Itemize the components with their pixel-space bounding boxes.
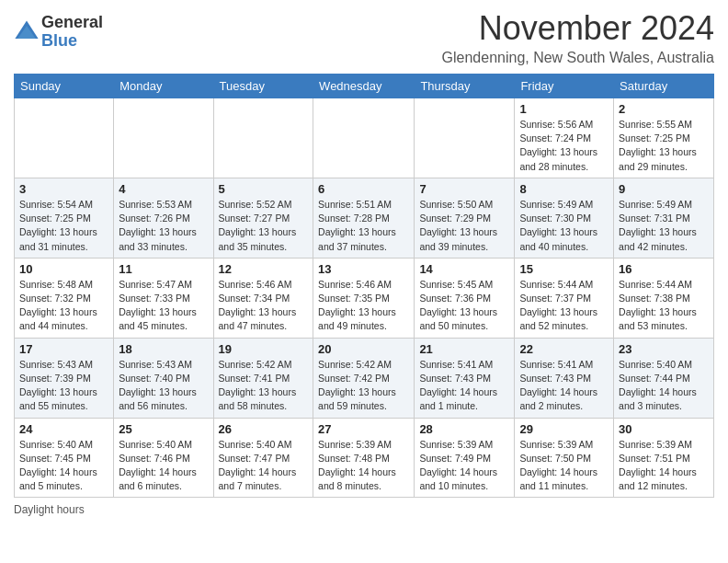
calendar-cell: 5Sunrise: 5:52 AMSunset: 7:27 PMDaylight…	[213, 178, 313, 258]
calendar-cell	[114, 98, 213, 178]
day-number: 4	[119, 182, 208, 196]
calendar-cell: 1Sunrise: 5:56 AMSunset: 7:24 PMDaylight…	[515, 98, 614, 178]
calendar-cell: 22Sunrise: 5:41 AMSunset: 7:43 PMDayligh…	[515, 338, 614, 418]
calendar-cell: 7Sunrise: 5:50 AMSunset: 7:29 PMDaylight…	[415, 178, 515, 258]
day-info: Sunrise: 5:39 AMSunset: 7:49 PMDaylight:…	[419, 438, 509, 494]
day-info: Sunrise: 5:39 AMSunset: 7:51 PMDaylight:…	[619, 438, 709, 494]
day-info: Sunrise: 5:56 AMSunset: 7:24 PMDaylight:…	[519, 118, 609, 174]
day-number: 30	[619, 422, 709, 436]
day-info: Sunrise: 5:49 AMSunset: 7:31 PMDaylight:…	[619, 198, 709, 254]
day-info: Sunrise: 5:50 AMSunset: 7:29 PMDaylight:…	[419, 198, 509, 254]
header-friday: Friday	[515, 75, 614, 98]
calendar-cell: 15Sunrise: 5:44 AMSunset: 7:37 PMDayligh…	[515, 258, 614, 338]
calendar-cell: 30Sunrise: 5:39 AMSunset: 7:51 PMDayligh…	[614, 418, 714, 498]
day-number: 25	[119, 422, 208, 436]
day-number: 5	[219, 182, 309, 196]
day-info: Sunrise: 5:55 AMSunset: 7:25 PMDaylight:…	[619, 118, 709, 174]
logo-text: General Blue	[41, 14, 103, 51]
day-info: Sunrise: 5:54 AMSunset: 7:25 PMDaylight:…	[19, 198, 108, 254]
calendar-cell: 12Sunrise: 5:46 AMSunset: 7:34 PMDayligh…	[213, 258, 313, 338]
calendar-cell: 19Sunrise: 5:42 AMSunset: 7:41 PMDayligh…	[213, 338, 313, 418]
day-info: Sunrise: 5:52 AMSunset: 7:27 PMDaylight:…	[219, 198, 309, 254]
calendar-cell	[415, 98, 515, 178]
calendar-week-3: 10Sunrise: 5:48 AMSunset: 7:32 PMDayligh…	[15, 258, 714, 338]
day-number: 7	[419, 182, 509, 196]
day-number: 3	[19, 182, 108, 196]
calendar-cell: 14Sunrise: 5:45 AMSunset: 7:36 PMDayligh…	[415, 258, 515, 338]
calendar-cell: 2Sunrise: 5:55 AMSunset: 7:25 PMDaylight…	[614, 98, 714, 178]
day-number: 21	[419, 342, 509, 356]
day-info: Sunrise: 5:44 AMSunset: 7:38 PMDaylight:…	[619, 278, 709, 334]
calendar-cell: 27Sunrise: 5:39 AMSunset: 7:48 PMDayligh…	[313, 418, 415, 498]
day-info: Sunrise: 5:39 AMSunset: 7:48 PMDaylight:…	[318, 438, 409, 494]
day-number: 27	[318, 422, 409, 436]
calendar-cell: 3Sunrise: 5:54 AMSunset: 7:25 PMDaylight…	[15, 178, 114, 258]
month-title: November 2024	[442, 9, 714, 48]
day-info: Sunrise: 5:46 AMSunset: 7:34 PMDaylight:…	[219, 278, 309, 334]
day-number: 14	[419, 262, 509, 276]
calendar-header-row: SundayMondayTuesdayWednesdayThursdayFrid…	[15, 75, 714, 98]
day-info: Sunrise: 5:42 AMSunset: 7:42 PMDaylight:…	[318, 358, 409, 414]
calendar-cell: 26Sunrise: 5:40 AMSunset: 7:47 PMDayligh…	[213, 418, 313, 498]
calendar-cell	[15, 98, 114, 178]
day-number: 12	[219, 262, 309, 276]
calendar-cell: 20Sunrise: 5:42 AMSunset: 7:42 PMDayligh…	[313, 338, 415, 418]
day-info: Sunrise: 5:45 AMSunset: 7:36 PMDaylight:…	[419, 278, 509, 334]
day-number: 1	[519, 102, 609, 116]
calendar-cell: 11Sunrise: 5:47 AMSunset: 7:33 PMDayligh…	[114, 258, 213, 338]
day-number: 22	[519, 342, 609, 356]
calendar-cell: 8Sunrise: 5:49 AMSunset: 7:30 PMDaylight…	[515, 178, 614, 258]
logo: General Blue	[14, 14, 103, 51]
header-saturday: Saturday	[614, 75, 714, 98]
day-number: 11	[119, 262, 208, 276]
calendar-cell: 25Sunrise: 5:40 AMSunset: 7:46 PMDayligh…	[114, 418, 213, 498]
day-info: Sunrise: 5:41 AMSunset: 7:43 PMDaylight:…	[519, 358, 609, 414]
day-info: Sunrise: 5:47 AMSunset: 7:33 PMDaylight:…	[119, 278, 208, 334]
day-number: 20	[318, 342, 409, 356]
header-tuesday: Tuesday	[213, 75, 313, 98]
day-number: 15	[519, 262, 609, 276]
day-info: Sunrise: 5:40 AMSunset: 7:46 PMDaylight:…	[119, 438, 208, 494]
day-number: 24	[19, 422, 108, 436]
logo-icon	[14, 19, 40, 45]
footer-note: Daylight hours	[14, 503, 714, 516]
day-info: Sunrise: 5:53 AMSunset: 7:26 PMDaylight:…	[119, 198, 208, 254]
header-wednesday: Wednesday	[313, 75, 415, 98]
day-number: 6	[318, 182, 409, 196]
calendar-cell: 4Sunrise: 5:53 AMSunset: 7:26 PMDaylight…	[114, 178, 213, 258]
header-monday: Monday	[114, 75, 213, 98]
calendar-cell: 23Sunrise: 5:40 AMSunset: 7:44 PMDayligh…	[614, 338, 714, 418]
location-title: Glendenning, New South Wales, Australia	[442, 50, 714, 66]
day-number: 10	[19, 262, 108, 276]
calendar-cell: 21Sunrise: 5:41 AMSunset: 7:43 PMDayligh…	[415, 338, 515, 418]
day-number: 16	[619, 262, 709, 276]
day-info: Sunrise: 5:40 AMSunset: 7:44 PMDaylight:…	[619, 358, 709, 414]
daylight-label: Daylight hours	[14, 503, 85, 516]
calendar-week-5: 24Sunrise: 5:40 AMSunset: 7:45 PMDayligh…	[15, 418, 714, 498]
calendar-cell: 18Sunrise: 5:43 AMSunset: 7:40 PMDayligh…	[114, 338, 213, 418]
day-number: 9	[619, 182, 709, 196]
calendar-cell: 29Sunrise: 5:39 AMSunset: 7:50 PMDayligh…	[515, 418, 614, 498]
day-info: Sunrise: 5:44 AMSunset: 7:37 PMDaylight:…	[519, 278, 609, 334]
calendar-cell: 28Sunrise: 5:39 AMSunset: 7:49 PMDayligh…	[415, 418, 515, 498]
calendar-cell: 24Sunrise: 5:40 AMSunset: 7:45 PMDayligh…	[15, 418, 114, 498]
calendar-cell: 17Sunrise: 5:43 AMSunset: 7:39 PMDayligh…	[15, 338, 114, 418]
day-number: 29	[519, 422, 609, 436]
calendar-cell: 6Sunrise: 5:51 AMSunset: 7:28 PMDaylight…	[313, 178, 415, 258]
page-header: General Blue November 2024 Glendenning, …	[14, 9, 714, 66]
logo-blue: Blue	[41, 32, 103, 51]
logo-general: General	[41, 14, 103, 32]
calendar-cell	[213, 98, 313, 178]
day-info: Sunrise: 5:51 AMSunset: 7:28 PMDaylight:…	[318, 198, 409, 254]
calendar-cell: 9Sunrise: 5:49 AMSunset: 7:31 PMDaylight…	[614, 178, 714, 258]
day-number: 26	[219, 422, 309, 436]
day-info: Sunrise: 5:40 AMSunset: 7:45 PMDaylight:…	[19, 438, 108, 494]
calendar-table: SundayMondayTuesdayWednesdayThursdayFrid…	[14, 74, 714, 498]
day-number: 19	[219, 342, 309, 356]
day-number: 2	[619, 102, 709, 116]
calendar-week-2: 3Sunrise: 5:54 AMSunset: 7:25 PMDaylight…	[15, 178, 714, 258]
calendar-week-4: 17Sunrise: 5:43 AMSunset: 7:39 PMDayligh…	[15, 338, 714, 418]
calendar-cell: 13Sunrise: 5:46 AMSunset: 7:35 PMDayligh…	[313, 258, 415, 338]
calendar-week-1: 1Sunrise: 5:56 AMSunset: 7:24 PMDaylight…	[15, 98, 714, 178]
title-block: November 2024 Glendenning, New South Wal…	[442, 9, 714, 66]
